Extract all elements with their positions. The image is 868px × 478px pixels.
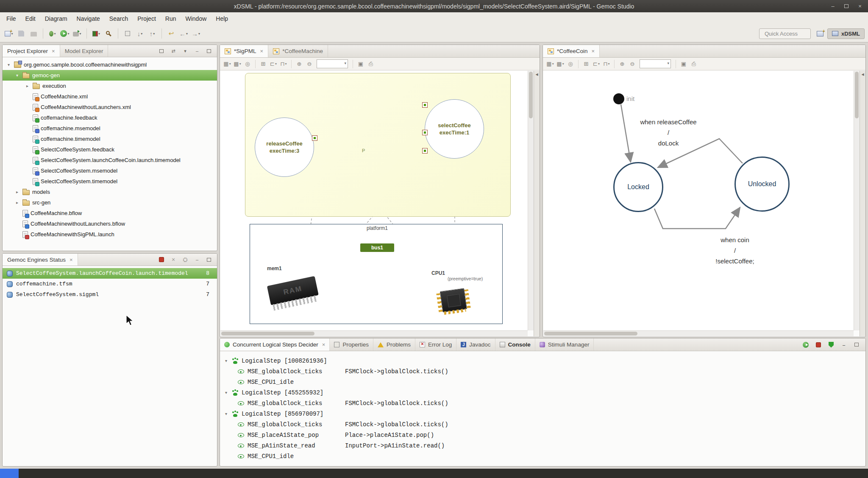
layers-button[interactable]: ▦▾ [546,59,554,69]
state-locked[interactable]: Locked [613,162,663,212]
align-left-button[interactable]: ⊏▾ [592,59,601,69]
tab-javadoc[interactable]: JJavadoc [456,338,495,351]
horizontal-scrollbar[interactable] [543,330,854,336]
filters-button[interactable]: ▩▾ [556,59,565,69]
expand-arrow-icon[interactable]: ▾ [6,62,11,67]
view-menu-icon[interactable]: ▾ [181,47,189,55]
expand-arrow-icon[interactable]: ▾ [223,390,229,395]
dispose-all-engines-icon[interactable]: ⛭ [181,256,189,263]
export-image-button[interactable]: ▣ [679,59,688,69]
tree-item[interactable]: CoffeeMachinewithoutLaunchers.xml [3,102,217,112]
maximize-panel-icon[interactable] [205,47,213,55]
tree-item[interactable]: SelectCoffeeSystem.launchCoffeeCoin.laun… [3,155,217,165]
transition-label-selectcoffee[interactable]: when coin / !selectCoffee; [697,235,773,266]
close-tab-icon[interactable]: × [322,341,326,348]
tree-item[interactable]: SelectCoffeeSystem.timemodel [3,176,217,187]
close-tab-icon[interactable]: × [52,48,55,54]
tree-item[interactable]: coffemachine.msemodel [3,123,217,134]
mse-row[interactable]: MSE_globalClock_ticks FSMClock->globalCl… [220,398,865,408]
previous-annotation-button[interactable]: ↑▾ [147,28,158,39]
tab-model-explorer[interactable]: Model Explorer [60,45,108,57]
scrollbar-thumb[interactable] [221,332,314,335]
input-port[interactable] [422,130,428,135]
close-tab-icon[interactable]: × [70,257,73,263]
tree-item[interactable]: SelectCoffeeSystem.feedback [3,144,217,155]
mse-row[interactable]: MSE_placeA1State_pop Place->placeA1State… [220,430,865,440]
maximize-panel-icon[interactable] [853,341,860,349]
menu-search[interactable]: Search [105,13,133,24]
zoom-in-button[interactable]: ⊕ [618,59,626,69]
tab-console[interactable]: Console [495,338,535,351]
logical-step-row[interactable]: ▾ LogicalStep [1008261936] [220,355,865,366]
new-wizard-button[interactable]: ▾ [3,28,14,39]
scrollbar-thumb[interactable] [855,72,859,118]
zoom-level-combo[interactable] [640,59,671,68]
expand-arrow-icon[interactable]: ▸ [14,190,20,194]
search-button[interactable] [103,28,114,39]
layers-button[interactable]: ▦▾ [223,59,231,69]
close-tab-icon[interactable]: × [260,48,264,54]
mse-row[interactable]: MSE_CPU1_idle [220,451,865,461]
arrange-button[interactable]: ⊞ [582,59,590,69]
tab-project-explorer[interactable]: Project Explorer × [3,45,60,57]
last-edit-location-button[interactable]: ↩ [166,28,177,39]
tab-coffeecoin[interactable]: *CoffeeCoin × [543,45,600,57]
actor-selectcoffee[interactable]: selectCoffee execTime:1 [425,99,484,159]
close-tab-icon[interactable]: × [592,48,595,54]
menu-run[interactable]: Run [161,13,181,24]
maximize-window-icon[interactable] [843,3,849,9]
close-window-icon[interactable]: × [857,3,863,9]
export-image-button[interactable]: ▣ [356,59,365,69]
tree-item[interactable]: coffemachine.timemodel [3,134,217,144]
logical-step-row[interactable]: ▾ LogicalStep [455255932] [220,387,865,398]
menu-file[interactable]: File [2,13,21,24]
vertical-scrollbar[interactable] [854,71,860,330]
tree-item[interactable]: ▸execution [3,81,217,91]
maximize-panel-icon[interactable] [205,256,213,263]
menu-project[interactable]: Project [133,13,161,24]
expand-arrow-icon[interactable]: ▾ [14,73,20,78]
tree-item[interactable]: CoffeeMachinewithSigPML.launch [3,229,217,240]
zoom-level-combo[interactable] [317,59,348,68]
filters-button[interactable]: ▩▾ [233,59,242,69]
menu-edit[interactable]: Edit [21,13,40,24]
minimize-window-icon[interactable]: – [830,3,836,9]
minimize-panel-icon[interactable]: – [193,256,201,263]
print-diagram-button[interactable]: ⎙ [367,59,375,69]
run-step-button[interactable] [802,341,810,349]
menu-navigate[interactable]: Navigate [72,13,105,24]
expand-arrow-icon[interactable]: ▸ [14,200,20,205]
tree-item[interactable]: ▸models [3,187,217,197]
initial-state-node[interactable] [613,93,624,104]
expand-arrow-icon[interactable]: ▸ [25,84,30,88]
external-tools-button[interactable]: ▾ [72,28,83,39]
tree-item-selected[interactable]: ▾gemoc-gen [3,70,217,81]
input-port[interactable] [422,102,428,108]
pin-elements-button[interactable]: ◎ [243,59,252,69]
tab-stimuli-manager[interactable]: Stimuli Manager [535,338,594,351]
tree-item[interactable]: ▾org.gemoc.sample.bcool.coffeemachinewit… [3,59,217,70]
engine-row[interactable]: SelectCoffeeSystem.launchCoffeeCoin.laun… [3,268,217,279]
debug-button[interactable]: ▾ [47,28,58,39]
back-button[interactable]: ←▾ [178,28,189,39]
forward-button[interactable]: →▾ [190,28,201,39]
mse-row[interactable]: MSE_globalClock_ticks FSMClock->globalCl… [220,419,865,430]
print-button[interactable] [28,28,39,39]
menu-help[interactable]: Help [211,13,233,24]
coverage-button[interactable]: ▾ [91,28,102,39]
print-diagram-button[interactable]: ⎙ [690,59,698,69]
arrange-button[interactable]: ⊞ [259,59,267,69]
tab-sigpml[interactable]: *SigPML × [220,45,268,57]
align-top-button[interactable]: ⊓▾ [279,59,288,69]
logical-step-row[interactable]: ▾ LogicalStep [856970097] [220,408,865,419]
tab-gemoc-engines-status[interactable]: Gemoc Engines Status × [3,254,78,266]
dispose-engine-icon[interactable]: × [170,256,177,263]
expand-palette-icon[interactable]: ◀ [534,73,540,76]
expand-arrow-icon[interactable]: ▾ [223,358,229,363]
expand-palette-icon[interactable]: ◀ [860,73,865,76]
engine-row[interactable]: coffemachine.tfsm 7 [3,279,217,289]
menu-window[interactable]: Window [181,13,211,24]
tree-item[interactable]: coffemachine.feedback [3,112,217,123]
input-port[interactable] [422,148,428,154]
minimize-panel-icon[interactable]: – [193,47,201,55]
